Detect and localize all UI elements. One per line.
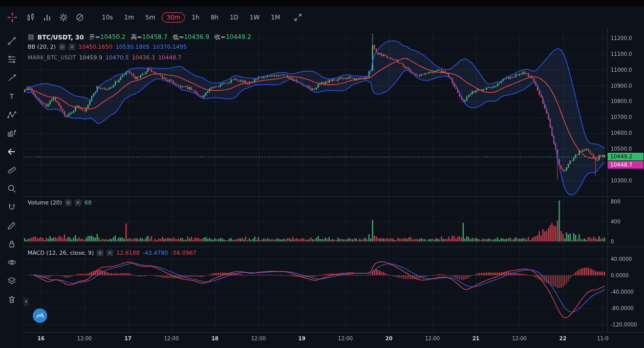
open-label: 开=: [89, 33, 100, 40]
mark-value-0: 10459.9: [79, 54, 102, 61]
timeframe-1W[interactable]: 1W: [245, 12, 265, 23]
low-label: 低=: [173, 33, 184, 40]
layers-icon[interactable]: [0, 272, 24, 290]
last-price-badge: 10449.2: [608, 153, 643, 160]
zoom-in-icon[interactable]: [0, 179, 24, 198]
timeframe-1M[interactable]: 1M: [266, 12, 285, 23]
low-value: 10436.9: [184, 33, 209, 40]
window-top-strip: [0, 0, 644, 7]
arrow-left-icon[interactable]: [0, 142, 24, 161]
timeframe-8h[interactable]: 8h: [206, 12, 223, 23]
macd-close-icon[interactable]: ×: [106, 250, 113, 256]
drawing-toolbar: T: [0, 29, 24, 348]
chart-style-icon[interactable]: [24, 10, 38, 25]
open-value: 10450.2: [100, 33, 126, 40]
macd-signal-value: -56.0967: [171, 250, 196, 256]
bb-indicator-legend: BB (20, 2) × 10450.1650 10530.1805 10370…: [28, 44, 187, 50]
watermark-logo[interactable]: [33, 309, 47, 323]
bb-close-icon[interactable]: ×: [69, 44, 75, 50]
panel-collapse-arrow[interactable]: ‹: [24, 297, 29, 306]
mark-price-badge: 10448.7: [608, 161, 643, 169]
eye-icon[interactable]: [0, 253, 24, 272]
volume-settings-icon[interactable]: [65, 199, 72, 206]
chart-area: BTC/USDT, 30 开=10450.2 高=10458.7 低=10436…: [24, 29, 644, 348]
high-label: 高=: [131, 33, 142, 40]
symbol-legend: BTC/USDT, 30 开=10450.2 高=10458.7 低=10436…: [28, 33, 251, 42]
mark-title[interactable]: MARK_BTC_USDT: [28, 54, 76, 61]
bb-settings-icon[interactable]: [59, 44, 66, 50]
magnet-icon[interactable]: [0, 198, 24, 216]
macd-hist-value: 12.6188: [116, 250, 140, 256]
volume-value: 68: [84, 199, 92, 206]
timeframe-5m[interactable]: 5m: [141, 12, 160, 23]
macd-settings-icon[interactable]: [97, 250, 103, 256]
volume-close-icon[interactable]: ×: [75, 199, 81, 206]
timeframe-30m[interactable]: 30m: [162, 12, 185, 23]
mark-value-1: 10470.5: [105, 54, 129, 61]
pattern-tool-icon[interactable]: [0, 106, 24, 124]
edit-lock-icon[interactable]: [0, 216, 24, 235]
timeframe-1h[interactable]: 1h: [187, 12, 204, 23]
volume-title[interactable]: Volume (20): [28, 199, 62, 206]
macd-title[interactable]: MACD (12, 26, close, 9): [28, 250, 94, 256]
bb-upper-value: 10530.1805: [116, 44, 149, 50]
symbol-title[interactable]: BTC/USDT, 30: [37, 34, 84, 41]
macd-indicator-legend: MACD (12, 26, close, 9) × 12.6188 -43.47…: [28, 250, 197, 256]
settings-gear-icon[interactable]: [56, 10, 71, 25]
mark-value-2: 10436.3: [132, 54, 155, 61]
indicators-icon[interactable]: [40, 10, 54, 25]
ruler-icon[interactable]: [0, 161, 24, 179]
forecast-tool-icon[interactable]: [0, 124, 24, 142]
bb-title[interactable]: BB (20, 2): [28, 44, 56, 50]
trash-icon[interactable]: [0, 290, 24, 309]
trading-app: 10s1m5m30m1h8h1D1W1M: [0, 0, 644, 348]
timeframe-1m[interactable]: 1m: [120, 12, 139, 23]
ohlc-open: 开=10450.2: [87, 33, 126, 42]
close-value: 10449.2: [226, 33, 251, 40]
ohlc-high: 高=10458.7: [128, 33, 167, 42]
mark-value-3: 10448.7: [158, 54, 182, 61]
trendline-tool-icon[interactable]: [0, 32, 24, 50]
brush-tool-icon[interactable]: [0, 69, 24, 87]
ohlc-low: 低=10436.9: [170, 33, 209, 42]
bb-lower-value: 10370.1495: [153, 44, 186, 50]
crosshair-logo-icon[interactable]: [5, 10, 19, 25]
text-tool-icon[interactable]: T: [0, 87, 24, 106]
top-toolbar: 10s1m5m30m1h8h1D1W1M: [0, 7, 644, 29]
close-label: 收=: [214, 33, 226, 40]
fib-retracement-icon[interactable]: [0, 50, 24, 69]
lock-icon[interactable]: [0, 235, 24, 253]
high-value: 10458.7: [142, 33, 168, 40]
ohlc-close: 收=10449.2: [212, 33, 251, 42]
price-chart-canvas[interactable]: [24, 29, 644, 348]
compare-icon[interactable]: [73, 10, 87, 25]
bb-basis-value: 10450.1650: [78, 44, 112, 50]
timeframe-list: 10s1m5m30m1h8h1D1W1M: [96, 12, 286, 23]
legend-collapse-icon[interactable]: [28, 34, 34, 40]
timeframe-1D[interactable]: 1D: [225, 12, 243, 23]
svg-text:T: T: [9, 92, 14, 100]
fullscreen-icon[interactable]: [291, 10, 305, 25]
timeframe-10s[interactable]: 10s: [97, 12, 118, 23]
macd-line-value: -43.4780: [143, 250, 168, 256]
